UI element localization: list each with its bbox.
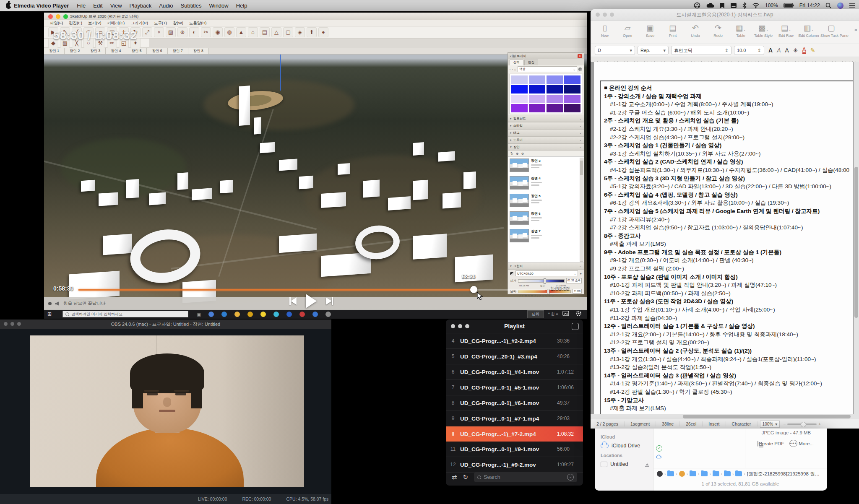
hwp-toolbar-button[interactable]: ▩⌄ Table Style [752, 23, 774, 38]
playlist-row[interactable]: 4 UD_CG-Progr...-1)_#2-2.mp4 30:36 [446, 333, 583, 349]
hwp-toolbar-button[interactable]: ▥⌄ Edit Column [798, 23, 820, 38]
sidebar-item-icloud-drive[interactable]: iCloud Drive [601, 441, 653, 450]
playlist-title-bar[interactable]: Playlist [446, 320, 583, 333]
hwp-toolbar-button[interactable]: ▦⌄ Table [730, 23, 752, 38]
control-center-icon[interactable] [849, 3, 856, 8]
video-player-window[interactable]: SketchUp 프로 2020 (평가판 2일 남음) 파일(F)편집(E)보… [44, 13, 587, 319]
zoom-window-button[interactable] [17, 322, 21, 326]
menu-item[interactable]: Subtitles [181, 3, 202, 9]
keyboard-status-icon[interactable] [730, 3, 737, 8]
window-traffic-lights[interactable] [48, 14, 68, 19]
zoom-slider[interactable] [787, 423, 817, 425]
minimize-window-button[interactable] [10, 322, 14, 326]
app-name[interactable]: Elmedia Video Player [14, 3, 69, 9]
minimize-window-button[interactable] [458, 324, 462, 328]
more-button[interactable]: ••• More... [787, 439, 816, 448]
vertical-scrollbar[interactable] [854, 62, 859, 414]
font-family-select[interactable]: 휴먼고딕⇕ [671, 46, 731, 55]
hwp-traffic-lights[interactable] [596, 13, 614, 17]
playlist-traffic-lights[interactable] [451, 324, 469, 328]
close-window-button[interactable] [596, 13, 600, 17]
eject-icon[interactable] [645, 462, 649, 467]
menu-item[interactable]: View [110, 3, 122, 9]
zoom-in-button[interactable]: + [818, 421, 821, 426]
folder-icon [667, 471, 674, 476]
bold-button[interactable]: A [768, 47, 773, 54]
underline-button[interactable]: A [785, 47, 789, 54]
breadcrumb[interactable]: › › › › › › › › [권형준-21825998]21925998 권… [653, 468, 827, 479]
menu-item[interactable]: File [77, 3, 86, 9]
close-window-button[interactable] [4, 322, 8, 326]
player-menu-dot-icon[interactable] [48, 302, 52, 305]
repeat-icon[interactable]: ↻ [463, 473, 469, 481]
char-style-select[interactable]: Rep.▾ [638, 46, 669, 55]
playlist-row[interactable]: 6 UD_CG-Progr...0-1)_#4-1.mov 1:07:12 [446, 364, 583, 380]
hwp-title-bar[interactable]: 도시설계표현응용(2020-1)-강의리스트.hwp [591, 9, 859, 21]
hwp-toolbar-button[interactable]: ▤ Print [662, 23, 684, 38]
char-shape-button[interactable]: ✳ [793, 47, 798, 54]
hwp-toolbar-button[interactable]: ↶ Undo [685, 23, 706, 38]
minimize-window-button[interactable] [603, 13, 607, 17]
playlist-row[interactable]: 9 UD_CG-Progr...0-1)_#7-1.mp4 29:03 [446, 411, 583, 426]
close-window-button[interactable] [451, 324, 455, 328]
progress-handle[interactable] [470, 286, 477, 293]
cloud-status-icon[interactable] [706, 3, 714, 8]
zoom-window-button[interactable] [63, 14, 68, 19]
menu-item[interactable]: Audio [159, 3, 173, 9]
hwp-toolbar-button[interactable]: ↷ Redo [707, 23, 729, 38]
font-color-button[interactable]: A [802, 47, 806, 54]
spotlight-icon[interactable] [825, 3, 832, 9]
playlist-mode-icon[interactable] [572, 323, 579, 330]
chevron-down-circle-icon[interactable]: ⌄ [567, 474, 574, 481]
toolbar-overflow-icon[interactable]: » [854, 23, 857, 33]
playlist-row[interactable]: 8 UD_CG-Progr...0-1)_#6-1.mov 49:37 [446, 395, 583, 411]
paragraph-style-select[interactable]: D▾ [595, 46, 635, 55]
document-page[interactable]: ■ 온라인 강의 순서1주 - 강의소개 / 실습 및 재택수업 과제#1-1강… [594, 62, 853, 414]
italic-button[interactable]: A [777, 47, 781, 54]
obs-title-bar[interactable]: OBS 24.0.6 (mac) - 프로파일: Untitled - 장면: … [0, 320, 331, 329]
playlist-row[interactable]: 11 UD_CG-Progr...0-1)_#9-1.mov 56:00 [446, 442, 583, 457]
font-size-select[interactable]: 10.0⇕ [734, 46, 764, 55]
bluetooth-icon[interactable] [742, 2, 747, 9]
playlist-search-input[interactable]: Search ⌄ [474, 472, 577, 482]
fullscreen-icon[interactable] [562, 310, 569, 318]
zoom-window-button[interactable] [465, 324, 469, 328]
close-window-button[interactable] [48, 14, 53, 19]
wifi-icon[interactable] [752, 3, 760, 8]
hwp-document-area[interactable]: ■ 온라인 강의 순서1주 - 강의소개 / 실습 및 재택수업 과제#1-1강… [591, 62, 859, 414]
previous-button[interactable] [289, 297, 297, 305]
menu-item[interactable]: Help [236, 3, 247, 9]
menu-bar-clock[interactable]: Fri 14:22 [799, 3, 820, 8]
minimize-window-button[interactable] [56, 14, 60, 19]
sketchup-menu-item: 창(W) [173, 21, 183, 26]
siri-icon[interactable] [837, 3, 843, 9]
shuffle-icon[interactable]: ⇄ [452, 473, 457, 481]
sidebar-item-untitled[interactable]: Untitled [601, 460, 653, 469]
apple-menu-icon[interactable] [6, 3, 11, 9]
zoom-window-button[interactable] [610, 13, 614, 17]
hwp-toolbar-button[interactable]: ▯ New [594, 23, 616, 38]
sketchup-tool-icon: ▤ [260, 27, 270, 37]
building [260, 142, 275, 153]
hwp-toolbar-button[interactable]: ▣ Save [639, 23, 661, 38]
menu-item[interactable]: Window [209, 3, 228, 9]
highlight-button[interactable]: ✎ [810, 47, 815, 54]
zoom-level-select[interactable]: 100%▾ [760, 421, 780, 428]
bookmark-status-icon[interactable] [720, 3, 725, 9]
obs-status-icon[interactable] [694, 2, 700, 9]
playlist-row[interactable]: 7 UD_CG-Progr...0-1)_#5-1.mov 1:06:06 [446, 380, 583, 395]
menu-item[interactable]: Playback [130, 3, 152, 9]
obs-traffic-lights[interactable] [4, 322, 21, 326]
hwp-toolbar-button[interactable]: ▢ Show Task Pane [820, 23, 842, 38]
gear-icon[interactable] [575, 310, 582, 319]
menu-item[interactable]: Edit [93, 3, 102, 9]
hwp-toolbar-button[interactable]: ▤⌄ Edit Row [775, 23, 797, 38]
play-button[interactable] [306, 294, 317, 308]
hwp-toolbar-button[interactable]: ▱ Open [617, 23, 638, 38]
volume-icon[interactable] [55, 301, 59, 306]
zoom-out-button[interactable]: − [783, 421, 786, 426]
create-pdf-button[interactable]: Create PDF [756, 441, 786, 446]
playlist-row[interactable]: 5 UD_CG-Progr...20-1)_#3.mp4 40:26 [446, 349, 583, 364]
playlist-row[interactable]: II UD_CG-Progr...-1)_#7-2.mp4 1:08:32 [446, 426, 583, 442]
next-button[interactable] [326, 297, 333, 305]
